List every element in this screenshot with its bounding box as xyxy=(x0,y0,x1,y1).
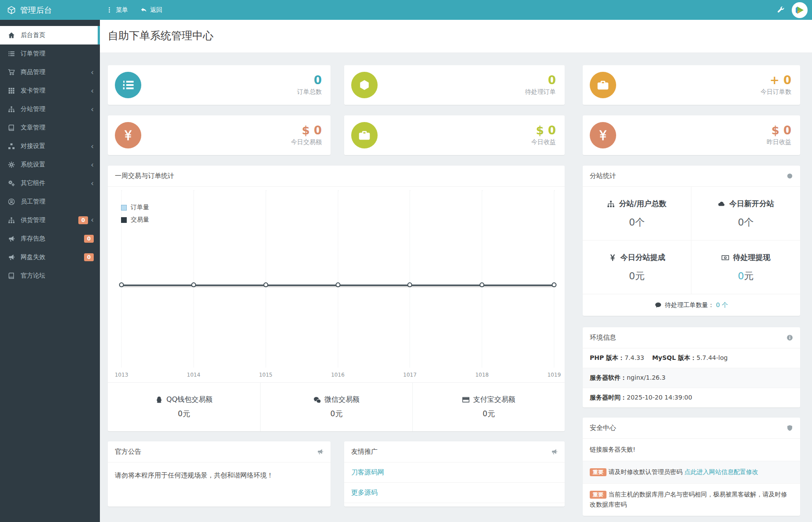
legend-swatch xyxy=(121,205,127,211)
chevron-left-icon xyxy=(91,161,94,169)
legend-item-trades[interactable]: 交易量 xyxy=(121,216,149,224)
sidebar-item-dashboard[interactable]: 后台首页 xyxy=(0,26,100,44)
list-ol-icon xyxy=(122,79,134,91)
reply-arrow-icon xyxy=(140,7,147,13)
info-circle-icon xyxy=(786,334,793,341)
promo-link-more[interactable]: 更多源码 xyxy=(344,483,565,503)
chart-point xyxy=(119,282,124,287)
security-panel: 安全中心 链接服务器失败! 重要 请及时修改默认管理员密码 点此进入网站信息配置… xyxy=(583,418,800,516)
vertical-gridline xyxy=(265,190,266,367)
hexagon-icon xyxy=(358,79,371,91)
payment-label: 微信交易额 xyxy=(324,395,360,404)
yen-icon xyxy=(122,129,134,141)
nodes-icon xyxy=(8,143,15,150)
x-axis-label: 1014 xyxy=(187,372,201,378)
stat-cards-row-1: 0 订单总数 0 待处理订单 xyxy=(108,65,800,105)
cloud-icon xyxy=(717,200,725,208)
config-link[interactable]: 点此进入网站信息配置修改 xyxy=(684,468,758,475)
stat-value: $ 0 xyxy=(767,124,791,137)
chevron-left-icon xyxy=(91,69,94,76)
php-version: 7.4.33 xyxy=(625,354,644,361)
back-button[interactable]: 返回 xyxy=(134,0,169,20)
menu-button[interactable]: 菜单 xyxy=(100,0,134,20)
credit-card-icon xyxy=(462,396,470,404)
stat-label: 今日订单数 xyxy=(761,88,791,96)
sidebar-item-label: 对接设置 xyxy=(21,142,45,150)
announcement-body: 请勿将本程序用于任何违规场景，共创和谐网络环境！ xyxy=(108,463,331,491)
sidebar-item-label: 分站管理 xyxy=(21,105,45,113)
bullhorn-icon xyxy=(317,448,323,455)
stat-label: 今日交易额 xyxy=(291,138,322,146)
chevron-left-icon xyxy=(91,87,94,95)
sidebar-item-official-forum[interactable]: 官方论坛 xyxy=(0,267,100,285)
ellipsis-v-icon xyxy=(106,7,113,13)
admin-dashboard: 管理后台 菜单 返回 后台首页 xyxy=(0,0,812,522)
payment-label: QQ钱包交易额 xyxy=(166,395,213,404)
legend-item-orders[interactable]: 订单量 xyxy=(121,204,149,211)
back-button-label: 返回 xyxy=(150,6,162,14)
promo-link-daoke[interactable]: 刀客源码网 xyxy=(344,463,565,483)
security-text: 当前主机的数据库用户名与密码相同，极易被黑客破解，请及时修改数据库密码 xyxy=(590,491,787,508)
sidebar-item-products[interactable]: 商品管理 xyxy=(0,63,100,81)
substation-stats-panel: 分站统计 分站/用户总数 0个 xyxy=(583,166,800,316)
env-row-time: 服务器时间：2025-10-20 14:39:00 xyxy=(583,388,800,407)
sidebar-item-components[interactable]: 其它组件 xyxy=(0,174,100,193)
user-avatar[interactable] xyxy=(792,2,808,18)
vertical-gridline xyxy=(482,190,482,367)
sidebar-item-cards[interactable]: 发卡管理 xyxy=(0,81,100,100)
environment-title: 环境信息 xyxy=(590,333,616,342)
sidebar-item-label: 商品管理 xyxy=(21,68,45,76)
sidebar-item-label: 员工管理 xyxy=(21,198,45,206)
brand[interactable]: 管理后台 xyxy=(0,0,100,20)
sidebar-item-system-settings[interactable]: 系统设置 xyxy=(0,155,100,174)
sitemap-icon xyxy=(8,106,15,113)
pending-tickets-value: 0 个 xyxy=(716,301,728,309)
circle-icon xyxy=(786,173,793,179)
substation-withdraw-cell: 待处理提现 0元 xyxy=(691,241,800,294)
stat-cards-row-2: $ 0 今日交易额 $ 0 今日收益 xyxy=(108,115,800,155)
chevron-left-icon xyxy=(91,216,94,224)
sidebar-item-orders[interactable]: 订单管理 xyxy=(0,44,100,63)
stat-label: 昨日收益 xyxy=(767,138,791,146)
book-icon xyxy=(8,272,15,279)
sidebar-item-integration[interactable]: 对接设置 xyxy=(0,137,100,155)
stat-value: 0 xyxy=(297,74,322,87)
cell-value: 0元 xyxy=(586,270,687,283)
wrench-icon xyxy=(777,6,785,14)
yen-icon xyxy=(597,129,609,141)
stat-card-total-orders: 0 订单总数 xyxy=(108,65,331,105)
cell-label: 今日分站提成 xyxy=(621,252,665,263)
mysql-version: 5.7.44-log xyxy=(697,354,728,361)
payment-value: 0元 xyxy=(331,409,343,419)
bullhorn-icon xyxy=(8,235,15,242)
sidebar-item-stock-alert[interactable]: 库存告急 0 xyxy=(0,230,100,248)
server-time: 2025-10-20 14:39:00 xyxy=(627,394,692,401)
sidebar-item-articles[interactable]: 文章管理 xyxy=(0,118,100,137)
sidebar-item-substations[interactable]: 分站管理 xyxy=(0,100,100,118)
sidebar-item-netdisk-invalid[interactable]: 网盘失效 0 xyxy=(0,248,100,267)
money-bill-icon xyxy=(721,254,729,262)
sidebar: 后台首页 订单管理 商品管理 发卡管理 分站管理 xyxy=(0,20,100,522)
qq-icon xyxy=(155,396,163,404)
stat-card-pending-orders: 0 待处理订单 xyxy=(344,65,565,105)
sidebar-item-staff[interactable]: 员工管理 xyxy=(0,193,100,211)
main-content: 自助下单系统管理中心 0 订单总数 xyxy=(100,20,812,522)
sidebar-item-label: 网盘失效 xyxy=(21,253,45,261)
vertical-gridline xyxy=(554,190,555,367)
substation-total-cell: 分站/用户总数 0个 xyxy=(583,187,691,241)
user-circle-icon xyxy=(8,198,15,205)
chart-point xyxy=(480,282,485,287)
gear-icon xyxy=(8,161,15,168)
x-axis-label: 1019 xyxy=(547,372,561,378)
stat-card-today-trade: $ 0 今日交易额 xyxy=(108,115,331,155)
vertical-gridline xyxy=(338,190,338,367)
settings-wrench-button[interactable] xyxy=(771,0,791,20)
security-row-admin-password: 重要 请及时修改默认管理员密码 点此进入网站信息配置修改 xyxy=(583,461,800,484)
chevron-left-icon xyxy=(91,143,94,150)
sidebar-item-suppliers[interactable]: 供货管理 0 xyxy=(0,211,100,230)
chevron-left-icon xyxy=(91,106,94,113)
env-row-server: 服务器软件：nginx/1.26.3 xyxy=(583,368,800,388)
cell-value: 0元 xyxy=(695,270,797,283)
page-title: 自助下单系统管理中心 xyxy=(108,29,804,43)
security-title: 安全中心 xyxy=(590,424,616,432)
